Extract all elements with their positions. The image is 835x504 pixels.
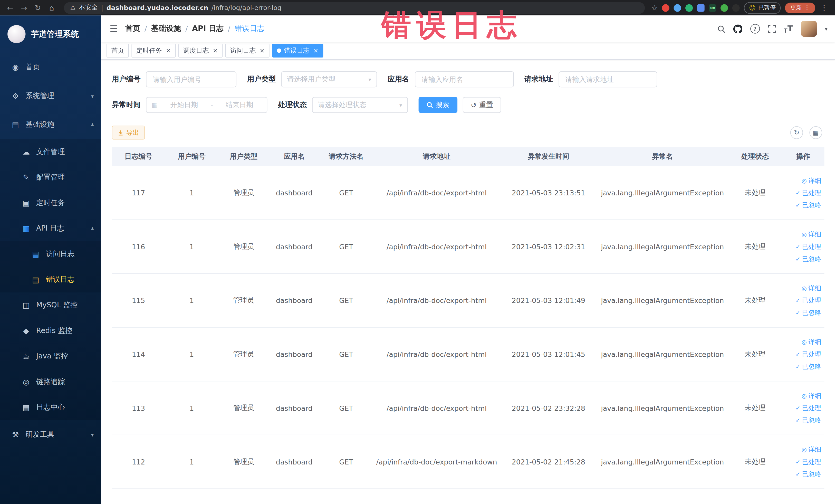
processed-link[interactable]: ✓已处理 (795, 457, 821, 466)
filter-field-exception-time: 异常时间▦开始日期-结束日期 (112, 97, 267, 113)
browser-home-icon[interactable]: ⌂ (46, 3, 58, 12)
sidebar-item-config-manage[interactable]: ✎配置管理 (0, 165, 101, 190)
detail-link[interactable]: ◎详细 (802, 337, 821, 346)
user-type-select[interactable]: 请选择用户类型▾ (281, 72, 377, 87)
paused-badge[interactable]: ☺ 已暂停 (744, 2, 780, 14)
bookmark-star-icon[interactable]: ☆ (651, 3, 658, 12)
extension-on-icon[interactable]: on (709, 4, 716, 12)
extension-grid-icon[interactable] (697, 4, 705, 12)
cell-app-name: dashboard (269, 189, 320, 197)
cell-error-time: 2021-05-02 23:32:28 (501, 404, 596, 412)
grid-icon: ▦ (813, 129, 819, 136)
close-tab-icon[interactable]: × (211, 47, 218, 54)
export-button[interactable]: 导出 (112, 126, 145, 140)
detail-link[interactable]: ◎详细 (802, 445, 821, 454)
browser-menu-icon[interactable]: ⋮ (820, 4, 829, 12)
address-bar[interactable]: ⚠ 不安全 | dashboard.yudao.iocoder.cn /infr… (64, 2, 645, 14)
detail-link[interactable]: ◎详细 (802, 176, 821, 185)
github-icon[interactable] (733, 24, 742, 33)
check-icon: ✓ (795, 417, 800, 424)
sidebar-item-system[interactable]: ⚙系统管理▾ (0, 81, 101, 110)
ignored-link-label: 已忽略 (802, 308, 821, 317)
app-name-input[interactable] (414, 72, 514, 87)
detail-link[interactable]: ◎详细 (802, 284, 821, 293)
breadcrumb-item[interactable]: 首页 (125, 24, 140, 33)
sidebar-item-redis-monitor[interactable]: ◆Redis 监控 (0, 318, 101, 344)
processed-link[interactable]: ✓已处理 (795, 188, 821, 197)
user-no-input[interactable] (146, 72, 237, 87)
extension-blue-icon[interactable] (674, 4, 681, 12)
check-icon: ✓ (795, 189, 800, 196)
tab-首页[interactable]: 首页 (106, 44, 129, 58)
help-icon[interactable]: ? (750, 24, 760, 33)
column-settings-button[interactable]: ▦ (809, 126, 822, 139)
exception-time-daterange[interactable]: ▦开始日期-结束日期 (146, 97, 267, 113)
close-tab-icon[interactable]: × (312, 47, 319, 54)
detail-link[interactable]: ◎详细 (802, 391, 821, 400)
sidebar-item-java-monitor[interactable]: ☕Java 监控 (0, 344, 101, 369)
col-header-request-url: 请求地址 (373, 152, 501, 161)
calendar-icon: ▦ (152, 101, 158, 108)
search-button[interactable]: 搜索 (419, 97, 457, 113)
sidebar-item-log-center[interactable]: ▤日志中心 (0, 395, 101, 420)
cell-method: GET (320, 243, 373, 250)
tab-错误日志[interactable]: 错误日志× (272, 44, 323, 58)
url-path: /infra/log/api-error-log (211, 4, 282, 12)
forward-icon[interactable]: → (18, 3, 30, 12)
request-url-input[interactable] (558, 72, 657, 87)
ignored-link[interactable]: ✓已忽略 (795, 308, 821, 317)
sidebar-item-infrastructure[interactable]: ▤基础设施▾ (0, 110, 101, 139)
cell-log-id: 116 (112, 243, 165, 250)
logo-title: 芋道管理系统 (31, 29, 79, 39)
sidebar-item-dev-tools[interactable]: ⚒研发工具▾ (0, 420, 101, 449)
breadcrumb-item[interactable]: 基础设施 (151, 24, 181, 33)
processed-link[interactable]: ✓已处理 (795, 350, 821, 359)
sidebar-item-scheduled-jobs[interactable]: ▣定时任务 (0, 190, 101, 216)
chevron-down-icon[interactable]: ▾ (825, 26, 827, 32)
sidebar-item-mysql-monitor[interactable]: ◫MySQL 监控 (0, 293, 101, 318)
breadcrumb-item[interactable]: API 日志 (192, 24, 224, 33)
tab-调度日志[interactable]: 调度日志× (178, 44, 223, 58)
sidebar-item-label: 定时任务 (36, 198, 65, 208)
sidebar-item-error-log[interactable]: ▤错误日志 (0, 267, 101, 293)
ignored-link[interactable]: ✓已忽略 (795, 201, 821, 209)
ignored-link[interactable]: ✓已忽略 (795, 469, 821, 479)
search-icon[interactable] (717, 25, 725, 33)
ignored-link[interactable]: ✓已忽略 (795, 416, 821, 425)
fullscreen-icon[interactable] (768, 25, 776, 33)
processed-link[interactable]: ✓已处理 (795, 404, 821, 412)
extension-red-icon[interactable] (662, 4, 670, 12)
refresh-button[interactable]: ↻ (790, 126, 803, 139)
font-size-icon[interactable]: TT (784, 24, 793, 33)
tab-定时任务[interactable]: 定时任务× (131, 44, 176, 58)
extension-leaf-icon[interactable] (721, 4, 728, 12)
detail-link[interactable]: ◎详细 (802, 230, 821, 239)
process-status-select[interactable]: 请选择处理状态▾ (312, 97, 408, 113)
col-header-actions: 操作 (782, 152, 824, 161)
close-tab-icon[interactable]: × (258, 47, 265, 54)
sidebar-item-tracing[interactable]: ◎链路追踪 (0, 369, 101, 395)
sidebar-item-file-manage[interactable]: ☁文件管理 (0, 139, 101, 165)
tab-访问日志[interactable]: 访问日志× (225, 44, 269, 58)
processed-link[interactable]: ✓已处理 (795, 296, 821, 305)
avatar[interactable] (801, 21, 817, 37)
back-icon[interactable]: ← (4, 3, 16, 12)
sidebar-item-access-log[interactable]: ▤访问日志 (0, 241, 101, 267)
logo[interactable]: 芋道管理系统 (0, 15, 101, 53)
reset-button[interactable]: ↺重置 (463, 97, 501, 113)
col-header-user-id: 用户编号 (165, 152, 218, 161)
sidebar-item-label: 研发工具 (26, 430, 55, 439)
ignored-link[interactable]: ✓已忽略 (795, 255, 821, 263)
ignored-link[interactable]: ✓已忽略 (795, 362, 821, 371)
ignored-link-label: 已忽略 (802, 416, 821, 425)
reload-icon[interactable]: ↻ (32, 3, 44, 12)
detail-link-label: 详细 (808, 284, 821, 293)
extension-green-circle-icon[interactable] (686, 4, 693, 12)
extension-paw-icon[interactable] (733, 4, 740, 12)
processed-link[interactable]: ✓已处理 (795, 242, 821, 251)
close-tab-icon[interactable]: × (165, 47, 171, 54)
sidebar-item-api-log[interactable]: ▥API 日志▾ (0, 216, 101, 241)
update-button[interactable]: 更新 ⋮ (785, 2, 815, 13)
sidebar-item-home[interactable]: ◉首页 (0, 53, 101, 81)
hamburger-icon[interactable]: ☰ (101, 23, 125, 34)
